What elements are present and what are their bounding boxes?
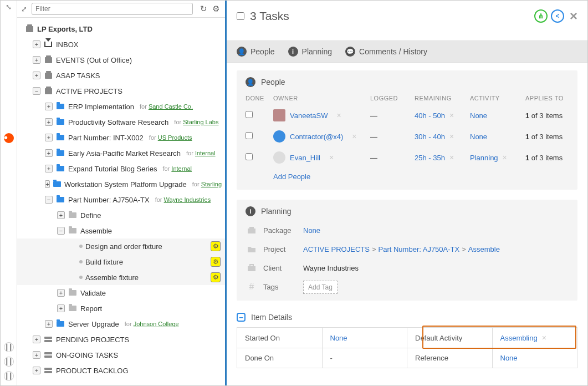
remaining-link[interactable]: 30h - 40h [415,133,445,141]
activity-link[interactable]: Planning [470,154,498,162]
owner-link[interactable]: Contractor(@x4) [290,133,343,141]
client-link[interactable]: Internal [171,165,192,172]
expand-toggle[interactable]: + [45,103,53,110]
tree-subfolder[interactable]: + Report [17,301,225,316]
pause-icon-3[interactable]: ┃┃ [4,371,14,381]
tree-task[interactable]: Assemble fixture ⚙ [17,270,225,285]
add-tag-input[interactable]: Add Tag [303,281,338,294]
reference-value[interactable]: None [500,354,518,362]
expand-toggle[interactable]: + [57,211,65,219]
default-activity-value[interactable]: Assembling [500,334,538,342]
tree-task[interactable]: Design and order fixture ⚙ [17,238,225,254]
expand-toggle[interactable]: + [57,304,65,312]
expand-toggle[interactable]: + [45,149,53,157]
tree-asap[interactable]: + ASAP TASKS [17,68,225,83]
client-link[interactable]: Sand Castle Co. [149,103,193,110]
pause-icon-2[interactable]: ┃┃ [4,357,14,367]
remove-owner-icon[interactable]: × [336,111,341,120]
expand-toggle[interactable]: + [57,289,65,297]
owner-link[interactable]: VaneetaSW [290,111,328,120]
collapse-icon[interactable]: ⤡ [6,3,12,11]
done-checkbox[interactable] [246,111,253,118]
share-button[interactable]: < [551,9,564,23]
client-link[interactable]: Internal [195,150,216,156]
tree-backlog[interactable]: + PRODUCT BACKLOG [17,363,225,378]
task-gear-badge[interactable]: ⚙ [211,241,221,251]
hash-icon: # [246,282,258,292]
tree-project[interactable]: + Workstation System Platform Upgrade fo… [17,176,225,192]
collapse-toggle[interactable]: − [33,87,40,95]
clear-icon[interactable]: × [449,111,454,120]
project-breadcrumb[interactable]: ACTIVE PROJECTS>Part Number: AJ750A-TX>A… [303,245,569,253]
activity-link[interactable]: None [470,133,487,141]
done-checkbox[interactable] [246,153,253,160]
expand-toggle[interactable]: + [33,40,40,48]
client-link[interactable]: Johnson College [134,321,179,327]
client-link[interactable]: Starling [201,181,222,187]
activity-link[interactable]: None [470,111,487,120]
client-link[interactable]: Wayne Industries [164,196,211,203]
tree-pending[interactable]: + PENDING PROJECTS [17,332,225,347]
tab-planning[interactable]: iPlanning [288,47,333,57]
close-icon[interactable]: × [570,8,577,24]
package-value[interactable]: None [303,226,569,235]
tree-inbox[interactable]: + INBOX [17,37,225,52]
expand-toggle[interactable]: + [45,180,50,188]
tree-subfolder[interactable]: + Validate [17,285,225,301]
expand-toggle[interactable]: + [45,165,53,172]
tree-project[interactable]: + Server Upgrade for Johnson College [17,316,225,332]
expand-toggle[interactable]: + [33,72,40,79]
tree-subfolder[interactable]: + Define [17,207,225,223]
client-link[interactable]: Starling Labs [183,119,218,125]
select-all-checkbox[interactable] [237,12,244,20]
flame-icon[interactable]: ● [4,133,14,143]
filter-input[interactable] [32,3,193,15]
expand-toggle[interactable]: + [45,320,53,328]
task-gear-badge[interactable]: ⚙ [211,272,221,282]
owner-link[interactable]: Evan_Hill [290,154,320,162]
collapse-toggle[interactable]: − [57,227,65,235]
clear-icon[interactable]: × [542,333,546,342]
task-gear-badge[interactable]: ⚙ [211,257,221,267]
tab-people[interactable]: 👤People [237,47,275,57]
pause-icon-1[interactable]: ┃┃ [4,342,14,352]
tree-project-expanded[interactable]: − Part Number: AJ750A-TX for Wayne Indus… [17,192,225,207]
box-icon [44,72,53,79]
item-details-header[interactable]: − Item Details [237,311,577,327]
add-people-link[interactable]: Add People [237,168,577,185]
tree-project[interactable]: + Early Asia-Pacific Market Research for… [17,145,225,161]
clear-icon[interactable]: × [503,153,507,162]
refresh-icon[interactable]: ↻ [198,4,208,14]
collapse-toggle[interactable]: − [45,196,53,204]
tree-project[interactable]: + Part Number: INT-X002 for US Products [17,130,225,145]
tree-events[interactable]: + EVENTS (Out of Office) [17,52,225,68]
tree-project[interactable]: + Expand Tutorial Blog Series for Intern… [17,161,225,176]
tab-comments[interactable]: 💬Comments / History [345,47,427,57]
expand-toggle[interactable]: + [33,336,40,343]
gear-icon[interactable]: ⚙ [211,4,221,14]
expand-toggle[interactable]: + [45,118,53,126]
rss-button[interactable]: ⋔ [534,9,548,23]
remove-owner-icon[interactable]: × [329,153,334,162]
tree-task[interactable]: Build fixture ⚙ [17,254,225,270]
tree-project[interactable]: + ERP Implementation for Sand Castle Co. [17,99,225,114]
clear-icon[interactable]: × [449,132,454,141]
remove-owner-icon[interactable]: × [352,132,356,141]
clear-icon[interactable]: × [449,153,454,162]
started-on-value[interactable]: None [330,334,347,342]
client-link[interactable]: US Products [158,134,192,141]
remaining-link[interactable]: 25h - 35h [415,154,445,162]
tree-subfolder-assemble[interactable]: − Assemble [17,223,225,238]
expand-toggle[interactable]: + [33,367,40,374]
collapse-icon[interactable]: − [237,313,246,322]
expand-toggle[interactable]: + [45,134,53,141]
expand-icon[interactable]: ⤢ [19,5,28,13]
expand-toggle[interactable]: + [33,56,40,64]
expand-toggle[interactable]: + [33,351,40,359]
tree-project[interactable]: + Productivity Software Research for Sta… [17,114,225,130]
tree-active-projects[interactable]: − ACTIVE PROJECTS [17,83,225,99]
tree-ongoing[interactable]: + ON-GOING TASKS [17,347,225,363]
remaining-link[interactable]: 40h - 50h [415,111,445,120]
done-checkbox[interactable] [246,132,253,139]
tree-root[interactable]: LP Exports, LTD [17,21,225,37]
